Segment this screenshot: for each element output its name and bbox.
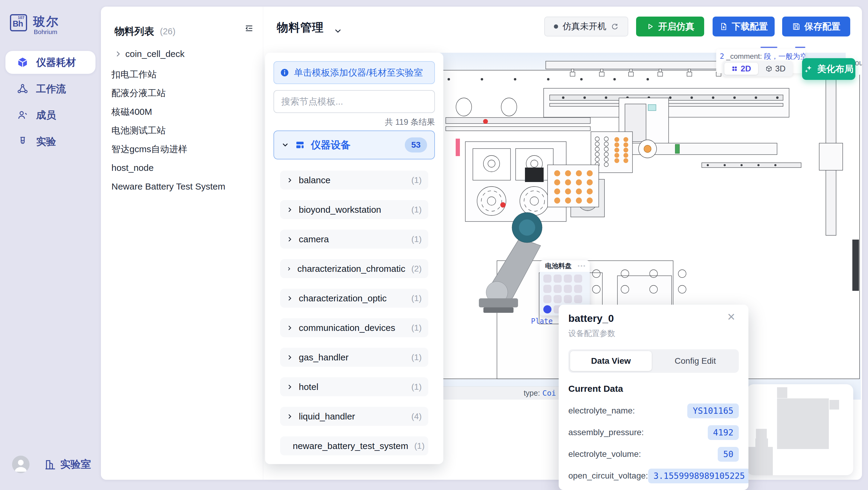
- category-instruments[interactable]: 仪器设备 53: [274, 131, 435, 160]
- download-file-icon: [719, 22, 728, 31]
- comment-prefix: 2: [720, 52, 724, 61]
- table-row: electrolyte_volume: 50: [568, 443, 739, 465]
- chevron-right-icon: [115, 50, 122, 58]
- status-dot-icon: [554, 24, 558, 29]
- cube-icon: [17, 57, 28, 68]
- hint-banner-text: 单击模板添加仪器/耗材至实验室: [294, 66, 423, 79]
- sidebar-item-workflow[interactable]: 工作流: [5, 78, 95, 100]
- table-row: open_circuit_voltage: 3.1559998989105225: [568, 465, 739, 487]
- simulation-status-badge: 仿真未开机: [544, 17, 628, 36]
- chevron-down-icon[interactable]: [333, 27, 342, 35]
- members-icon: [17, 109, 28, 121]
- search-input[interactable]: [274, 90, 435, 113]
- value-chip: 4192: [708, 425, 739, 440]
- table-row: assembly_pressure: 4192: [568, 422, 739, 443]
- grid-2d-icon: [731, 65, 738, 72]
- template-list: balance(1) bioyond_workstation(1) camera…: [280, 171, 428, 464]
- template-item[interactable]: camera(1): [280, 230, 428, 249]
- template-item[interactable]: hotel(1): [280, 377, 428, 396]
- hint-banner[interactable]: 单击模板添加仪器/耗材至实验室: [274, 61, 435, 84]
- chevron-right-icon: [287, 266, 291, 272]
- collapse-panel-icon[interactable]: [244, 24, 254, 33]
- sidebar-item-lab[interactable]: 实验室: [44, 457, 91, 471]
- brand-name-zh: 玻尔: [33, 13, 59, 30]
- tray-header: 电池料盘 •••: [540, 260, 590, 272]
- tab-data-view[interactable]: Data View: [570, 351, 652, 371]
- sidebar-item-label: 成员: [36, 109, 56, 122]
- avatar[interactable]: [12, 456, 30, 473]
- cube-3d-icon: [765, 65, 773, 72]
- button-label: 保存配置: [804, 21, 841, 33]
- start-simulation-button[interactable]: 开启仿真: [636, 17, 704, 36]
- sidebar: 107 Bh 玻尔 Bohrium 仪器耗材 工作流 成员 实验 实验室: [0, 0, 101, 490]
- value-chip: 50: [718, 447, 739, 462]
- button-label: 美化布局: [817, 63, 854, 75]
- list-item[interactable]: Neware Battery Test System: [112, 177, 225, 196]
- minimap[interactable]: [747, 384, 853, 475]
- template-item[interactable]: characterization_chromatic(2): [280, 259, 428, 278]
- button-label: 下载配置: [732, 21, 768, 33]
- table-row: electrolyte_name: YS101165: [568, 400, 739, 422]
- brand-name-en: Bohrium: [34, 28, 57, 35]
- sidebar-item-label: 实验: [36, 135, 56, 149]
- test-tube-icon: [17, 136, 28, 147]
- value-chip: YS101165: [687, 404, 739, 418]
- bohrium-logo: 107 Bh: [10, 14, 27, 31]
- template-item[interactable]: bioyond_workstation(1): [280, 200, 428, 219]
- highlight-dash: [761, 47, 777, 48]
- view-mode-toggle: 2D 3D: [722, 61, 793, 77]
- comment-key: _comment:: [726, 52, 762, 60]
- building-icon: [44, 458, 56, 470]
- tab-config-edit[interactable]: Config Edit: [652, 356, 739, 366]
- popup-subtitle: 设备配置参数: [568, 328, 615, 339]
- type-label: type:: [524, 389, 540, 398]
- list-item[interactable]: 电池测试工站: [112, 121, 225, 140]
- workflow-icon: [17, 83, 28, 95]
- list-item[interactable]: 智达gcms自动进样: [112, 140, 225, 158]
- list-item[interactable]: 扣电工作站: [112, 65, 225, 84]
- close-icon[interactable]: ×: [727, 310, 735, 323]
- beautify-layout-button[interactable]: 美化布局: [802, 58, 855, 80]
- list-item[interactable]: 配液分液工站: [112, 84, 225, 103]
- more-options-icon[interactable]: •••: [578, 263, 586, 269]
- toggle-2d-button[interactable]: 2D: [724, 63, 758, 75]
- lab-label: 实验室: [60, 457, 91, 471]
- page-title: 物料管理: [277, 20, 324, 35]
- battery-plate-4x4: [548, 165, 599, 207]
- layout-grid-icon: [295, 140, 305, 150]
- template-item[interactable]: liquid_handler(4): [280, 407, 428, 426]
- tray-title: 电池料盘: [545, 262, 578, 270]
- result-count: 共 119 条结果: [274, 117, 435, 127]
- tree-node-label: coin_cell_deck: [125, 49, 185, 59]
- device-config-popup: battery_0 × 设备配置参数 Data View Config Edit…: [559, 305, 748, 490]
- selected-battery-slot[interactable]: [543, 305, 552, 313]
- type-value: Coi: [542, 389, 556, 398]
- sidebar-item-members[interactable]: 成员: [5, 104, 95, 126]
- materials-title: 物料列表: [115, 25, 154, 38]
- list-item[interactable]: host_node: [112, 158, 225, 177]
- chevron-right-icon: [287, 177, 293, 183]
- materials-list: 扣电工作站 配液分液工站 核磁400M 电池测试工站 智达gcms自动进样 ho…: [112, 65, 225, 196]
- template-item[interactable]: balance(1): [280, 171, 428, 190]
- sidebar-item-label: 仪器耗材: [36, 56, 76, 69]
- list-item[interactable]: 核磁400M: [112, 103, 225, 121]
- status-text: 仿真未开机: [563, 21, 606, 33]
- toggle-3d-button[interactable]: 3D: [758, 64, 793, 74]
- chevron-right-icon: [287, 295, 293, 301]
- tree-node-coin-cell-deck[interactable]: coin_cell_deck: [115, 49, 185, 59]
- save-config-button[interactable]: 保存配置: [782, 17, 850, 36]
- refresh-icon[interactable]: [611, 23, 619, 30]
- toggle-label: 3D: [775, 64, 786, 74]
- materials-count: (26): [160, 27, 176, 36]
- materials-panel: 物料列表 (26) coin_cell_deck 扣电工作站 配液分液工站 核磁…: [101, 7, 263, 480]
- template-item[interactable]: communication_devices(1): [280, 318, 428, 337]
- chevron-right-icon: [287, 413, 293, 420]
- template-item[interactable]: gas_handler(1): [280, 348, 428, 367]
- template-item[interactable]: neware_battery_test_system(1): [280, 436, 428, 455]
- download-config-button[interactable]: 下载配置: [713, 17, 775, 36]
- popup-tabs: Data View Config Edit: [568, 349, 739, 373]
- sidebar-item-experiments[interactable]: 实验: [5, 130, 95, 153]
- sidebar-item-instruments[interactable]: 仪器耗材: [5, 51, 95, 74]
- chevron-right-icon: [287, 325, 293, 331]
- template-item[interactable]: characterization_optic(1): [280, 289, 428, 308]
